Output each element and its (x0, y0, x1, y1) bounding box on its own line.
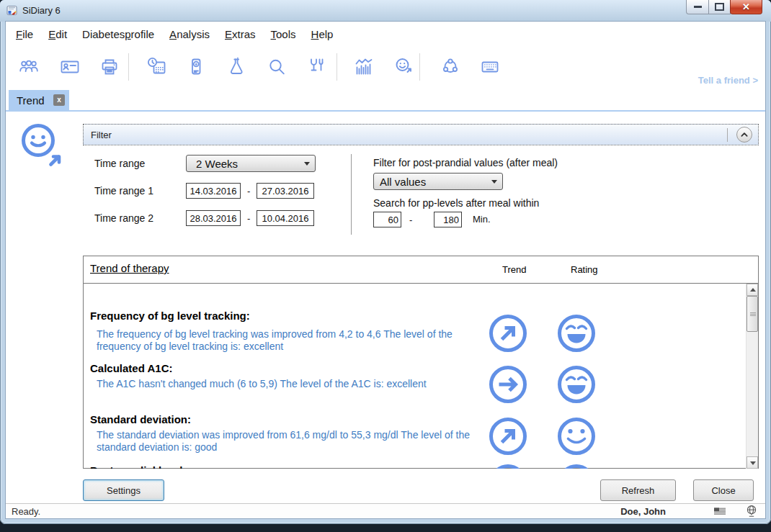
pp-unit-label: Min. (473, 214, 491, 225)
row-description: The standard deviation was improved from… (97, 429, 494, 454)
lab-flask-icon[interactable] (226, 56, 247, 78)
status-text: Ready. (12, 506, 40, 517)
rating-column-header: Rating (571, 264, 598, 275)
filter-panel-header[interactable]: Filter (83, 124, 759, 145)
smiling-smiley-icon (557, 417, 596, 456)
trend-smiley-icon[interactable] (393, 56, 414, 78)
pp-search-label: Search for pp-levels after meal within (373, 197, 539, 209)
pp-filter-dropdown[interactable]: All values (373, 173, 503, 190)
pp-from-input[interactable] (373, 212, 401, 227)
filter-panel-body: Time range 2 Weeks Time range 1 - Time r… (83, 145, 759, 245)
status-bar: Ready. Doe, John (6, 503, 765, 518)
settings-button[interactable]: Settings (83, 479, 164, 501)
time-range2-to-input[interactable] (257, 210, 314, 226)
glucose-meter-icon[interactable] (185, 56, 207, 78)
maximize-icon (715, 3, 724, 11)
menu-tools[interactable]: Tools (271, 28, 296, 40)
toolbar-separator (337, 53, 337, 81)
tab-close-icon[interactable]: x (53, 94, 65, 106)
laughing-smiley-icon (557, 314, 596, 353)
arrow-up-right-circle-icon (489, 314, 527, 353)
row-heading: Calculated A1C: (90, 362, 172, 374)
time-range-value: 2 Weeks (196, 158, 238, 170)
scroll-down-button[interactable] (747, 456, 758, 469)
minimize-button[interactable] (686, 0, 709, 14)
calendar-clock-icon[interactable] (146, 56, 168, 78)
print-icon[interactable] (99, 56, 120, 78)
time-range-dropdown[interactable]: 2 Weeks (186, 155, 316, 172)
circle-icon-clipped (489, 464, 527, 469)
time-range1-label: Time range 1 (94, 185, 153, 197)
users-icon[interactable] (18, 56, 40, 78)
time-range1-to-input[interactable] (257, 183, 314, 199)
scrollbar-thumb[interactable] (747, 296, 758, 332)
tell-a-friend-link[interactable]: Tell a friend > (698, 75, 758, 86)
range-dash: - (409, 215, 412, 225)
scroll-up-button[interactable] (747, 284, 758, 296)
chevron-up-icon (737, 127, 752, 142)
minimize-icon (694, 6, 702, 8)
globe-icon[interactable] (745, 505, 758, 518)
pp-to-input[interactable] (434, 212, 462, 227)
filter-panel: Filter Time range 2 Weeks (83, 124, 759, 245)
search-icon[interactable] (266, 56, 288, 78)
window-title: SiDiary 6 (22, 5, 61, 16)
row-heading: Frequency of bg level tracking: (90, 310, 250, 322)
row-description: The frequency of bg level tracking was i… (97, 328, 494, 353)
header-separator (727, 128, 728, 142)
range-dash: - (247, 186, 250, 197)
chevron-down-icon (491, 180, 497, 186)
tab-underline (6, 110, 765, 112)
current-user: Doe, John (620, 506, 666, 517)
circle-icon-clipped (557, 464, 596, 469)
keyboard-icon[interactable] (479, 56, 501, 78)
tab-label: Trend (17, 94, 45, 107)
app-icon (6, 5, 18, 17)
menu-extras[interactable]: Extras (225, 28, 256, 40)
chevron-down-icon (304, 162, 310, 168)
collapse-button[interactable] (736, 127, 752, 143)
menu-file[interactable]: File (16, 28, 33, 40)
refresh-button[interactable]: Refresh (600, 479, 676, 501)
language-flag-icon[interactable] (713, 507, 726, 515)
filter-title: Filter (91, 130, 112, 140)
toolbar: Tell a friend > (6, 46, 765, 88)
menu-help[interactable]: Help (311, 28, 334, 40)
patient-card-icon[interactable] (59, 56, 81, 78)
menu-edit[interactable]: Edit (48, 28, 67, 40)
tab-trend[interactable]: Trend x (9, 90, 69, 110)
close-button[interactable]: Close (693, 479, 754, 501)
client-area: File Edit Diabetesprofile Analysis Extra… (6, 22, 765, 518)
row-heading: Standard deviation: (90, 413, 191, 425)
close-icon: ✕ (742, 2, 750, 12)
thumb-grip (750, 312, 756, 316)
trend-list-viewport: Frequency of bg level tracking: The freq… (84, 284, 746, 469)
row-description: The A1C hasn't changed much (6 to 5,9) T… (97, 378, 494, 390)
close-window-button[interactable]: ✕ (730, 0, 762, 14)
toolbar-separator (128, 53, 129, 81)
tab-strip: Trend x (6, 88, 765, 112)
app-window: SiDiary 6 ✕ File Edit Diabetesprofile An… (0, 0, 771, 524)
pp-filter-label: Filter for post-prandial values (after m… (373, 157, 558, 168)
arrow-up-right-circle-icon (489, 417, 527, 456)
range-dash: - (247, 213, 250, 224)
trend-panel-title: Trend of therapy (90, 262, 169, 274)
scrollbar[interactable] (746, 284, 758, 469)
filter-divider (351, 154, 352, 235)
maximize-button[interactable] (708, 0, 731, 14)
window-controls: ✕ (687, 0, 762, 14)
time-range-label: Time range (94, 158, 145, 169)
arrow-right-circle-icon (489, 365, 527, 404)
menu-analysis[interactable]: Analysis (169, 28, 210, 40)
time-range2-label: Time range 2 (94, 212, 153, 224)
time-range2-from-input[interactable] (186, 210, 241, 226)
trend-smiley-large-icon (16, 121, 66, 171)
trend-column-header: Trend (502, 264, 526, 275)
screen: SiDiary 6 ✕ File Edit Diabetesprofile An… (0, 0, 771, 532)
trend-panel: Trend of therapy Trend Rating Frequency … (83, 256, 759, 469)
menu-diabetesprofile[interactable]: Diabetesprofile (82, 28, 154, 40)
time-range1-from-input[interactable] (186, 183, 241, 199)
share-icon[interactable] (440, 56, 461, 78)
statistics-icon[interactable] (353, 56, 375, 78)
nutrition-icon[interactable] (305, 56, 326, 78)
